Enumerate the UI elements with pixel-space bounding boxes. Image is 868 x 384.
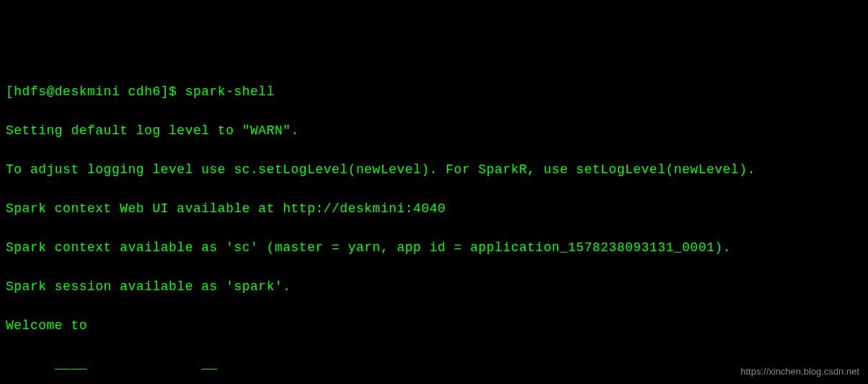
- watermark: https://xinchen.blog.csdn.net: [740, 365, 859, 379]
- output-spark-context: Spark context available as 'sc' (master …: [6, 238, 862, 258]
- shell-prompt-line: [hdfs@deskmini cdh6]$ spark-shell: [6, 82, 862, 102]
- ascii-art-line-1: ____ __: [6, 355, 862, 375]
- output-log-level: Setting default log level to "WARN".: [6, 121, 862, 141]
- output-welcome: Welcome to: [6, 316, 862, 336]
- output-adjust-log: To adjust logging level use sc.setLogLev…: [6, 160, 862, 180]
- output-spark-session: Spark session available as 'spark'.: [6, 277, 862, 297]
- shell-command[interactable]: spark-shell: [185, 84, 275, 99]
- shell-prompt: [hdfs@deskmini cdh6]$: [6, 84, 185, 99]
- output-web-ui: Spark context Web UI available at http:/…: [6, 199, 862, 219]
